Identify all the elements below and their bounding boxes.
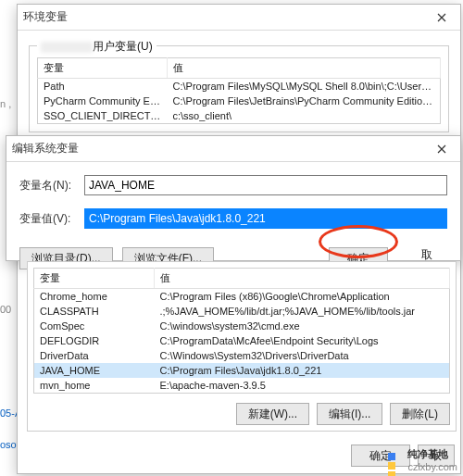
- new-button[interactable]: 新建(W)...: [236, 403, 309, 425]
- var-value-input[interactable]: [84, 208, 447, 229]
- col-value[interactable]: 值: [168, 58, 441, 79]
- table-row[interactable]: ComSpecC:\windows\system32\cmd.exe: [34, 319, 450, 333]
- system-vars-section: 变量 值 Chrome_homeC:\Program Files (x86)\G…: [27, 261, 457, 470]
- table-row[interactable]: JAVA_HOMEC:\Program Files\Java\jdk1.8.0_…: [34, 363, 450, 378]
- user-vars-group: 用户变量(U) 变量 值 PathC:\Program Files\MySQL\…: [29, 45, 449, 132]
- bg-fragment: n ,: [0, 98, 11, 109]
- cancel-button-outer[interactable]: 取: [418, 445, 455, 467]
- system-vars-group: 变量 值 Chrome_homeC:\Program Files (x86)\G…: [27, 261, 457, 432]
- col-value[interactable]: 值: [155, 269, 450, 289]
- col-var[interactable]: 变量: [34, 269, 155, 289]
- bg-fragment: 00: [0, 304, 11, 315]
- table-row[interactable]: DriverDataC:\Windows\System32\Drivers\Dr…: [34, 348, 450, 363]
- group-legend: 用户变量(U): [37, 39, 156, 55]
- close-icon[interactable]: [423, 136, 460, 162]
- col-var[interactable]: 变量: [38, 58, 168, 79]
- ok-button-outer[interactable]: 确定: [351, 445, 410, 467]
- close-icon[interactable]: [423, 5, 460, 31]
- var-value-label: 变量值(V):: [19, 211, 75, 227]
- var-name-input[interactable]: [84, 175, 447, 195]
- table-row[interactable]: PathC:\Program Files\MySQL\MySQL Shell 8…: [38, 79, 441, 94]
- table-row[interactable]: mvn_homeE:\apache-maven-3.9.5: [34, 378, 450, 394]
- blurred-username: [41, 42, 93, 53]
- delete-button[interactable]: 删除(L): [390, 403, 450, 425]
- dialog-title: 编辑系统变量: [12, 141, 79, 157]
- table-row[interactable]: Chrome_homeC:\Program Files (x86)\Google…: [34, 289, 450, 305]
- titlebar: 环境变量: [18, 5, 460, 31]
- edit-button[interactable]: 编辑(I)...: [317, 403, 382, 425]
- system-vars-table[interactable]: 变量 值 Chrome_homeC:\Program Files (x86)\G…: [33, 268, 450, 394]
- edit-sysvar-dialog: 编辑系统变量 变量名(N): 变量值(V): 浏览目录(D)... 浏览文件(F…: [6, 135, 461, 261]
- var-name-label: 变量名(N):: [19, 178, 75, 194]
- user-vars-table[interactable]: 变量 值 PathC:\Program Files\MySQL\MySQL Sh…: [37, 57, 441, 124]
- table-row[interactable]: CLASSPATH.;%JAVA_HOME%/lib/dt.jar;%JAVA_…: [34, 304, 450, 319]
- window-title: 环境变量: [23, 9, 68, 25]
- table-row[interactable]: SSO_CLIENT_DIRECTORYc:\sso_client\: [38, 108, 441, 124]
- table-row[interactable]: DEFLOGDIRC:\ProgramData\McAfee\Endpoint …: [34, 333, 450, 348]
- titlebar[interactable]: 编辑系统变量: [6, 136, 460, 162]
- table-row[interactable]: PyCharm Community Editi...C:\Program Fil…: [38, 94, 441, 108]
